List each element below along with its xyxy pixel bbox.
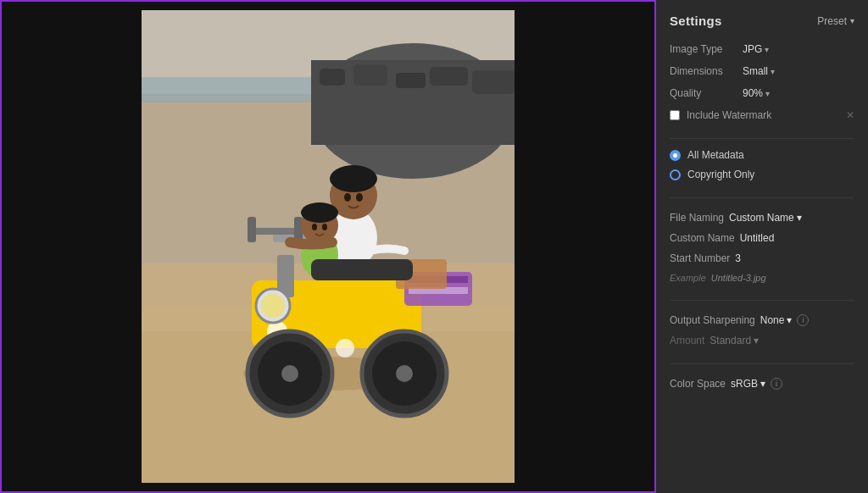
all-metadata-row[interactable]: All Metadata xyxy=(670,149,854,161)
photo-image xyxy=(142,10,515,483)
dimensions-row: Dimensions Small ▾ xyxy=(670,65,854,77)
file-naming-dropdown[interactable]: Custom Name ▾ xyxy=(729,212,802,224)
amount-label: Amount xyxy=(670,335,704,346)
settings-panel: Settings Preset Image Type JPG ▾ Dimensi… xyxy=(656,0,868,493)
svg-rect-44 xyxy=(311,259,413,280)
color-space-label: Color Space xyxy=(670,378,726,390)
color-space-chevron: ▾ xyxy=(760,378,765,390)
quality-label: Quality xyxy=(670,87,737,99)
output-sharpening-value: None xyxy=(760,314,785,326)
svg-point-19 xyxy=(281,365,298,382)
file-naming-section: File Naming Custom Name ▾ Custom Name Un… xyxy=(670,212,854,295)
watermark-checkbox[interactable] xyxy=(670,110,680,120)
custom-name-row: Custom Name Untitled xyxy=(670,232,854,244)
svg-point-32 xyxy=(330,165,377,192)
svg-rect-5 xyxy=(320,69,345,86)
image-type-label: Image Type xyxy=(670,43,737,55)
svg-rect-28 xyxy=(248,217,256,242)
all-metadata-radio[interactable] xyxy=(670,150,681,161)
color-space-value: sRGB xyxy=(731,378,758,390)
sharpening-section: Output Sharpening None ▾ i Amount Standa… xyxy=(670,314,854,358)
svg-point-33 xyxy=(344,193,351,202)
image-type-row: Image Type JPG ▾ xyxy=(670,43,854,55)
image-type-value: JPG xyxy=(743,43,762,55)
settings-header: Settings Preset xyxy=(670,14,854,28)
quality-row: Quality 90% ▾ xyxy=(670,87,854,99)
color-space-row: Color Space sRGB ▾ i xyxy=(670,378,854,390)
all-metadata-label: All Metadata xyxy=(687,149,744,161)
watermark-row: Include Watermark ✕ xyxy=(670,109,854,121)
custom-name-label: Custom Name xyxy=(670,232,735,244)
amount-value: Standard xyxy=(709,335,751,346)
svg-point-22 xyxy=(396,365,413,382)
svg-point-26 xyxy=(261,294,285,318)
copyright-only-label: Copyright Only xyxy=(687,169,754,180)
quality-value: 90% xyxy=(743,87,763,99)
dimensions-chevron: ▾ xyxy=(771,67,775,76)
watermark-label: Include Watermark xyxy=(687,109,771,121)
amount-chevron: ▾ xyxy=(754,335,759,346)
output-sharpening-info-icon[interactable]: i xyxy=(797,314,809,326)
example-label: Example xyxy=(670,273,706,283)
file-naming-value: Custom Name xyxy=(729,212,794,224)
svg-rect-7 xyxy=(396,73,426,88)
start-number-value: 3 xyxy=(735,252,741,264)
svg-point-34 xyxy=(356,193,363,202)
amount-row: Amount Standard ▾ xyxy=(670,335,854,346)
image-panel xyxy=(0,0,656,493)
file-naming-label: File Naming xyxy=(670,212,724,224)
dimensions-value: Small xyxy=(743,65,768,77)
start-number-row: Start Number 3 xyxy=(670,252,854,264)
amount-dropdown[interactable]: Standard ▾ xyxy=(709,335,759,346)
svg-rect-6 xyxy=(353,64,387,86)
svg-point-37 xyxy=(301,202,338,223)
dimensions-dropdown[interactable]: Small ▾ xyxy=(743,65,775,77)
image-container xyxy=(10,10,646,483)
output-sharpening-label: Output Sharpening xyxy=(670,314,755,326)
metadata-radio-group: All Metadata Copyright Only xyxy=(670,149,854,180)
example-value: Untitled-3.jpg xyxy=(711,273,766,283)
divider-2 xyxy=(670,197,854,198)
divider-3 xyxy=(670,300,854,301)
svg-point-38 xyxy=(312,224,317,230)
color-space-info-icon[interactable]: i xyxy=(771,378,782,390)
svg-rect-9 xyxy=(472,70,515,94)
divider-1 xyxy=(670,138,854,139)
dimensions-label: Dimensions xyxy=(670,65,737,77)
file-naming-chevron: ▾ xyxy=(797,212,802,224)
file-naming-row: File Naming Custom Name ▾ xyxy=(670,212,854,224)
example-row: Example Untitled-3.jpg xyxy=(670,273,854,283)
svg-rect-8 xyxy=(430,67,468,86)
svg-point-39 xyxy=(322,224,327,230)
color-space-dropdown[interactable]: sRGB ▾ xyxy=(731,378,765,390)
image-type-chevron: ▾ xyxy=(765,45,769,54)
copyright-only-row[interactable]: Copyright Only xyxy=(670,169,854,180)
output-sharpening-row: Output Sharpening None ▾ i xyxy=(670,314,854,326)
output-sharpening-dropdown[interactable]: None ▾ xyxy=(760,314,793,326)
settings-title: Settings xyxy=(670,14,722,28)
image-type-dropdown[interactable]: JPG ▾ xyxy=(743,43,769,55)
copyright-only-radio[interactable] xyxy=(670,169,681,180)
start-number-label: Start Number xyxy=(670,252,730,264)
divider-4 xyxy=(670,363,854,364)
output-sharpening-chevron: ▾ xyxy=(787,314,792,326)
custom-name-value: Untitled xyxy=(740,232,775,244)
svg-point-16 xyxy=(336,339,354,357)
watermark-clear-icon[interactable]: ✕ xyxy=(846,109,854,121)
quality-dropdown[interactable]: 90% ▾ xyxy=(743,87,770,99)
preset-button[interactable]: Preset xyxy=(817,15,854,27)
quality-chevron: ▾ xyxy=(765,89,770,98)
color-space-section: Color Space sRGB ▾ i xyxy=(670,378,854,398)
